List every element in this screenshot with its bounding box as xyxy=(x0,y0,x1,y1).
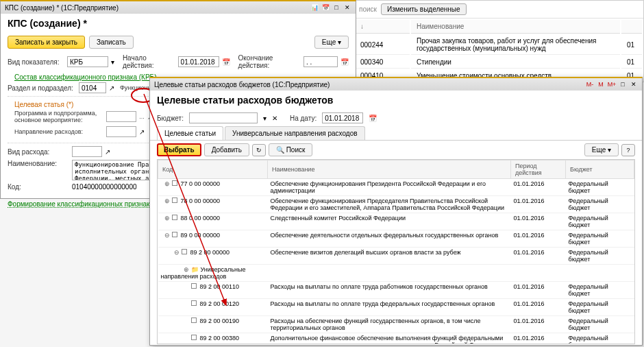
tsel-title: Целевые статьи расходов бюджетов xyxy=(150,91,642,110)
bg-table-row[interactable]: 000340Стипендии01 xyxy=(355,56,642,69)
calc-icon[interactable]: 📊 xyxy=(310,3,319,12)
col-budget[interactable]: Бюджет xyxy=(566,160,634,179)
programma-input[interactable] xyxy=(106,111,136,122)
tree-toggle-icon[interactable]: ⊕ xyxy=(183,266,190,273)
tree-row[interactable]: 89 2 00 00120Расходы на выплаты по оплат… xyxy=(158,299,634,316)
vid-dropdown-icon[interactable]: ▾ xyxy=(111,58,114,66)
nadate-cal-icon[interactable]: 📅 xyxy=(369,115,377,122)
nadate-label: На дату: xyxy=(290,115,317,122)
tree-row[interactable]: 89 2 00 00190Расходы на обеспечение функ… xyxy=(158,316,634,333)
vidrash-input[interactable] xyxy=(72,146,102,157)
razdel-label: Раздел и подраздел: xyxy=(8,84,76,92)
col-code[interactable]: Код xyxy=(158,160,268,179)
kps-titlebar-text: КПС (создание) * (1С:Предприятие) xyxy=(5,4,119,12)
item-icon xyxy=(191,335,197,340)
close-icon[interactable]: ✕ xyxy=(630,80,638,88)
bg-col-code[interactable]: ↓ xyxy=(355,20,410,34)
more-button[interactable]: Еще ▾ xyxy=(314,36,349,49)
add-button[interactable]: Добавить xyxy=(204,143,249,156)
item-icon xyxy=(172,215,177,220)
kod-value: 01040000000000000 xyxy=(72,183,137,191)
item-icon xyxy=(172,180,177,186)
budget-clear-icon[interactable]: ✕ xyxy=(272,115,277,122)
tree-toggle-icon[interactable]: ⊕ xyxy=(164,180,171,187)
start-label: Начало действия: xyxy=(123,54,175,69)
background-list-window: поиск Изменить выделенные ↓ Наименование… xyxy=(353,0,644,82)
bg-table: ↓ Наименование 000244Прочая закупка това… xyxy=(354,19,643,84)
tree-toggle-icon[interactable]: ⊕ xyxy=(164,198,171,204)
maximize-icon[interactable]: □ xyxy=(619,80,627,88)
tab-universal[interactable]: Универсальные направления расходов xyxy=(225,126,364,140)
tree-row[interactable]: 89 2 00 00380Дополнительное финансовое о… xyxy=(158,333,634,345)
tree-table: Код Наименование Период действия Бюджет … xyxy=(158,160,634,344)
tree-row[interactable]: ⊕ 88 0 00 00000Следственный комитет Росс… xyxy=(158,213,634,230)
m-minus-icon[interactable]: М- xyxy=(586,80,594,88)
refresh-icon[interactable]: ↻ xyxy=(252,144,266,156)
tree-row[interactable]: ⊕ 77 0 00 00000Обеспечение функционирова… xyxy=(158,179,634,196)
tsel-titlebar: Целевые статьи расходов бюджетов (1С:Пре… xyxy=(150,78,642,91)
bg-col-n xyxy=(621,20,642,34)
col-name[interactable]: Наименование xyxy=(268,160,511,179)
vid-input[interactable] xyxy=(67,56,108,67)
budget-label: Бюджет: xyxy=(157,115,184,122)
vid-label: Вид показателя: xyxy=(8,58,64,66)
help-icon[interactable]: ? xyxy=(621,144,635,156)
razdel-open-icon[interactable]: ↗ xyxy=(109,84,114,92)
programma-label: Программа и подпрограмма, основное мероп… xyxy=(14,110,103,123)
vidrash-open-icon[interactable]: ↗ xyxy=(105,148,110,156)
napravlenie-open-icon[interactable]: ↗ xyxy=(139,128,145,136)
tree-row[interactable]: ⊖ 89 0 00 00000Обеспечение деятельности … xyxy=(158,230,634,248)
tree-toggle-icon[interactable]: ⊕ xyxy=(164,215,171,222)
change-selected-button[interactable]: Изменить выделенные xyxy=(381,3,467,15)
tsel-window: Целевые статьи расходов бюджетов (1С:Пре… xyxy=(149,77,643,346)
col-period[interactable]: Период действия xyxy=(511,160,566,179)
tree-toggle-icon[interactable]: ⊖ xyxy=(173,249,180,256)
bg-col-name[interactable]: Наименование xyxy=(411,20,620,34)
start-cal-icon[interactable]: 📅 xyxy=(222,58,230,66)
tree-row[interactable]: ⊕ 📁 Универсальные направления расходов xyxy=(158,265,634,282)
end-input[interactable] xyxy=(304,56,338,67)
bg-search-label: поиск xyxy=(359,5,377,13)
naim-label: Наименование: xyxy=(8,160,69,167)
save-close-button[interactable]: Записать и закрыть xyxy=(8,36,85,49)
vidrash-label: Вид расхода: xyxy=(8,148,69,156)
budget-input[interactable] xyxy=(189,112,258,123)
tsel-titlebar-text: Целевые статьи расходов бюджетов (1С:Пре… xyxy=(154,81,330,88)
close-icon[interactable]: ✕ xyxy=(343,3,351,12)
tree-row[interactable]: ⊖ 89 2 00 00000Обеспечение визитов делег… xyxy=(158,248,634,265)
razdel-input[interactable] xyxy=(79,82,106,93)
kod-label: Код: xyxy=(8,183,69,191)
item-icon xyxy=(172,198,177,203)
napravlenie-input[interactable] xyxy=(106,126,136,137)
nadate-input[interactable] xyxy=(322,112,363,123)
budget-dd-icon[interactable]: ▾ xyxy=(263,115,267,122)
tree-toggle-icon[interactable]: ⊖ xyxy=(164,232,171,239)
folder-icon: 📁 xyxy=(191,266,199,273)
programma-select-icon[interactable]: … xyxy=(139,114,145,120)
item-icon xyxy=(191,283,197,289)
calendar-icon[interactable]: 📅 xyxy=(321,3,330,12)
bg-table-row[interactable]: 000244Прочая закупка товаров, работ и ус… xyxy=(355,35,642,55)
tree-row[interactable]: 89 2 00 00110Расходы на выплаты по оплат… xyxy=(158,282,634,299)
tab-tselevye[interactable]: Целевые статьи xyxy=(157,126,223,140)
item-icon xyxy=(172,232,177,237)
item-icon xyxy=(182,249,187,254)
save-button[interactable]: Записать xyxy=(89,36,134,49)
choose-button[interactable]: Выбрать xyxy=(157,143,201,156)
m-plus-icon[interactable]: М+ xyxy=(608,80,616,88)
tree-row[interactable]: ⊕ 78 0 00 00000Обеспечение функционирова… xyxy=(158,196,634,213)
napravlenie-label: Направление расходов: xyxy=(14,128,103,135)
kps-titlebar: КПС (создание) * (1С:Предприятие) 📊 📅 □ … xyxy=(1,1,356,14)
item-icon xyxy=(191,318,197,323)
end-label: Окончание действия: xyxy=(238,54,301,69)
kps-title: КПС (создание) * xyxy=(1,14,356,33)
end-cal-icon[interactable]: 📅 xyxy=(340,58,349,66)
start-input[interactable] xyxy=(178,56,219,67)
search-button[interactable]: 🔍 Поиск xyxy=(269,143,313,156)
item-icon xyxy=(191,300,197,306)
more-button[interactable]: Еще ▾ xyxy=(584,143,619,156)
maximize-icon[interactable]: □ xyxy=(332,3,340,12)
m-icon[interactable]: М xyxy=(597,80,605,88)
